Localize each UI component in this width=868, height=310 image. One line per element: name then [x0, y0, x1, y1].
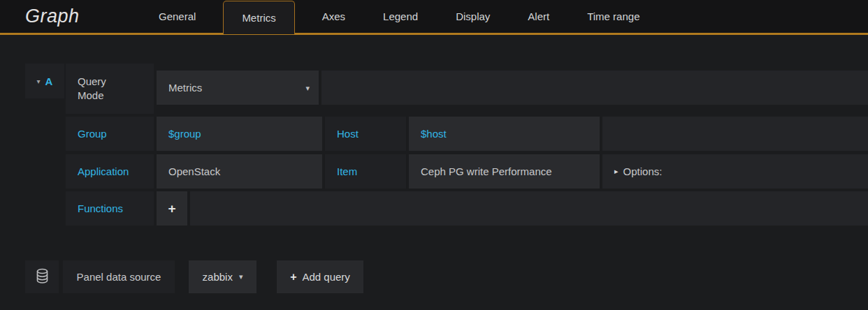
query-mode-value: Metrics: [168, 82, 202, 94]
add-query-label: Add query: [302, 271, 349, 283]
functions-label: Functions: [66, 191, 154, 226]
tab-axes[interactable]: Axes: [312, 0, 356, 34]
tab-time-range[interactable]: Time range: [577, 0, 650, 34]
datasource-value: zabbix: [203, 271, 233, 283]
host-field[interactable]: $host: [409, 117, 600, 151]
datasource-select[interactable]: zabbix ▾: [189, 260, 256, 293]
item-label: Item: [325, 154, 406, 189]
query-letter: A: [45, 75, 53, 87]
application-label: Application: [66, 154, 154, 189]
panel-data-source-label: Panel data source: [63, 260, 175, 293]
query-mode-label: Query Mode: [66, 64, 154, 114]
editor-tabs: General Metrics Axes Legend Display Aler…: [140, 0, 658, 34]
row1-filler: [321, 71, 868, 105]
item-value: Ceph PG write Performance: [421, 165, 552, 177]
datasource-menu-button[interactable]: [25, 260, 59, 293]
graph-panel-editor: Graph General Metrics Axes Legend Displa…: [0, 0, 868, 310]
tab-general[interactable]: General: [148, 0, 206, 34]
row2-filler: [602, 117, 868, 151]
query-mode-select[interactable]: Metrics ▾: [157, 71, 319, 105]
row4-filler: [190, 191, 868, 226]
item-field[interactable]: Ceph PG write Performance: [409, 154, 600, 189]
add-function-button[interactable]: +: [157, 191, 187, 226]
editor-header: Graph General Metrics Axes Legend Displa…: [0, 0, 868, 35]
database-icon: [35, 268, 50, 286]
page-title: Graph: [25, 6, 116, 27]
tab-metrics[interactable]: Metrics: [223, 1, 294, 34]
group-label: Group: [66, 117, 154, 151]
host-label: Host: [325, 117, 406, 151]
chevron-right-icon: ▸: [614, 167, 619, 176]
plus-icon: +: [168, 201, 175, 216]
chevron-down-icon: ▾: [305, 83, 310, 92]
tab-display[interactable]: Display: [445, 0, 500, 34]
application-field[interactable]: OpenStack: [157, 154, 322, 189]
options-toggle[interactable]: ▸ Options:: [602, 154, 868, 189]
tab-legend[interactable]: Legend: [372, 0, 428, 34]
query-letter-toggle[interactable]: ▾ A: [25, 64, 64, 98]
add-query-button[interactable]: + Add query: [277, 260, 363, 293]
chevron-down-icon: ▾: [37, 78, 41, 85]
group-field[interactable]: $group: [157, 117, 322, 151]
options-label: Options:: [623, 165, 663, 177]
chevron-down-icon: ▾: [239, 272, 243, 281]
tab-alert[interactable]: Alert: [517, 0, 560, 34]
plus-icon: +: [290, 271, 296, 283]
